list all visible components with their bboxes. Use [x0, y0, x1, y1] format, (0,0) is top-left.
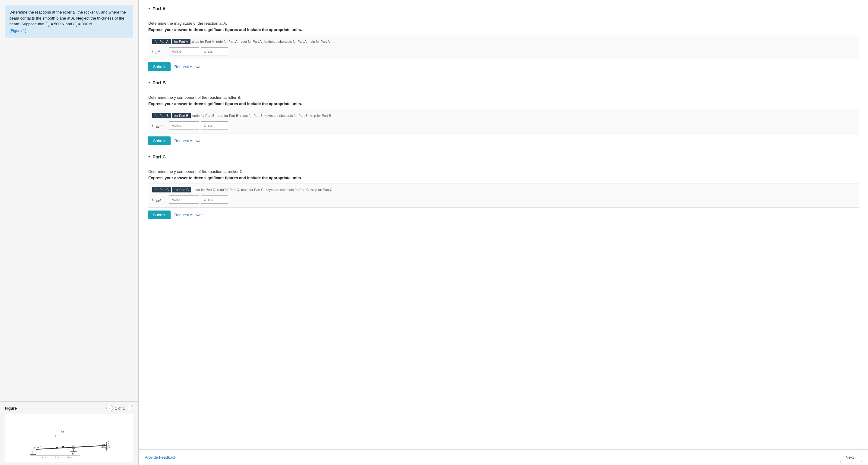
part-b-redo: redo for Part B — [217, 114, 239, 118]
svg-line-12 — [107, 445, 110, 446]
part-c-header[interactable]: ▼ Part C — [148, 154, 859, 159]
part-b-request-answer-link[interactable]: Request Answer — [174, 138, 203, 143]
part-c-answer-box: for Part C for Part C undo for Part C re… — [148, 183, 859, 207]
part-b-help: help for Part B — [310, 114, 331, 118]
svg-text:F₂: F₂ — [61, 430, 64, 433]
next-label: Next — [846, 455, 854, 460]
next-arrow-icon: › — [855, 455, 856, 460]
part-a-btn-2[interactable]: for Part A — [172, 39, 190, 44]
part-c-help: help for Part C — [311, 188, 333, 192]
part-c-input-row: (FCy) = — [152, 195, 855, 204]
part-a-toolbar: for Part A for Part A undo for Part A re… — [152, 39, 855, 44]
part-b-btn-2[interactable]: for Part B — [172, 113, 190, 119]
part-b-description: Determine the y component of the reactio… — [148, 95, 859, 100]
part-b-action-row: Submit Request Answer — [148, 136, 859, 145]
svg-text:C: C — [104, 447, 107, 451]
part-a-value-input[interactable] — [169, 47, 199, 56]
left-panel: Determine the reactions at the roller B,… — [0, 0, 138, 465]
right-panel: ▼ Part A Determine the magnitude of the … — [138, 0, 868, 465]
part-a-section: ▼ Part A Determine the magnitude of the … — [148, 6, 859, 71]
svg-text:A: A — [33, 446, 35, 450]
part-b-toolbar: for Part B for Part B undo for Part B re… — [152, 113, 855, 119]
part-b-chevron: ▼ — [148, 81, 151, 84]
part-b-shortcuts: keyboard shortcuts for Part B — [265, 114, 307, 118]
part-c-divider — [148, 163, 859, 163]
part-a-btn-1[interactable]: for Part A — [152, 39, 171, 44]
part-c-description: Determine the y component of the reactio… — [148, 169, 859, 174]
part-c-undo: undo for Part C — [193, 188, 215, 192]
part-c-btn-1[interactable]: for Part C — [152, 187, 171, 193]
svg-line-3 — [36, 445, 107, 449]
svg-line-10 — [107, 441, 110, 442]
part-c-units-input[interactable] — [201, 195, 228, 204]
figure-title: Figure — [5, 406, 17, 410]
part-b-input-label: (FBy) = — [152, 123, 167, 128]
svg-text:6 m: 6 m — [67, 456, 72, 459]
part-a-redo: redo for Part A — [216, 40, 238, 43]
figure-header: Figure ‹ 1 of 1 › — [5, 405, 133, 411]
problem-text: Determine the reactions at the roller B,… — [9, 10, 126, 26]
part-c-toolbar: for Part C for Part C undo for Part C re… — [152, 187, 855, 193]
part-b-units-input[interactable] — [201, 121, 228, 130]
figure-nav: ‹ 1 of 1 › — [106, 405, 133, 411]
part-b-title: Part B — [153, 80, 166, 85]
part-a-help: help for Part A — [309, 40, 330, 43]
part-c-title: Part C — [153, 154, 166, 159]
part-c-value-input[interactable] — [169, 195, 199, 204]
part-a-input-label: FA = — [152, 49, 167, 54]
svg-text:2 m: 2 m — [55, 456, 59, 459]
part-a-divider — [148, 15, 859, 15]
figure-page: 1 of 1 — [115, 406, 125, 410]
figure-link[interactable]: (Figure 1) — [9, 28, 26, 33]
part-b-submit-button[interactable]: Submit — [148, 136, 170, 145]
part-c-shortcuts: keyboard shortcuts for Part C — [266, 188, 309, 192]
next-button[interactable]: Next › — [840, 453, 862, 462]
part-a-undo: undo for Part A — [192, 40, 214, 43]
part-c-instruction: Express your answer to three significant… — [148, 175, 859, 180]
part-c-btn-2[interactable]: for Part C — [172, 187, 191, 193]
part-a-units-input[interactable] — [201, 47, 228, 56]
part-c-redo: redo for Part C — [217, 188, 239, 192]
figure-next-button[interactable]: › — [127, 405, 133, 411]
part-a-input-row: FA = — [152, 47, 855, 56]
provide-feedback-link[interactable]: Provide Feedback — [145, 455, 176, 460]
svg-text:F₁: F₁ — [55, 435, 58, 438]
part-a-title: Part A — [153, 6, 166, 11]
figure-image: F₁ F₂ A B C 4 m 2 m 6 m 60° — [5, 414, 133, 462]
svg-text:60°: 60° — [37, 446, 41, 449]
svg-line-13 — [107, 447, 110, 449]
part-b-input-row: (FBy) = — [152, 121, 855, 130]
part-c-submit-button[interactable]: Submit — [148, 210, 170, 219]
part-b-instruction: Express your answer to three significant… — [148, 101, 859, 106]
part-b-btn-1[interactable]: for Part B — [152, 113, 171, 119]
part-a-chevron: ▼ — [148, 7, 151, 10]
part-c-request-answer-link[interactable]: Request Answer — [174, 212, 203, 217]
part-c-section: ▼ Part C Determine the y component of th… — [148, 154, 859, 219]
part-b-header[interactable]: ▼ Part B — [148, 80, 859, 85]
part-a-instruction: Express your answer to three significant… — [148, 27, 859, 32]
part-a-submit-button[interactable]: Submit — [148, 62, 170, 71]
part-a-request-answer-link[interactable]: Request Answer — [174, 64, 203, 69]
part-c-chevron: ▼ — [148, 155, 151, 158]
part-b-reset: reset for Part B — [240, 114, 262, 118]
part-a-shortcuts: keyboard shortcuts for Part A — [264, 40, 307, 43]
part-c-action-row: Submit Request Answer — [148, 210, 859, 219]
part-a-answer-box: for Part A for Part A undo for Part A re… — [148, 35, 859, 59]
problem-statement: Determine the reactions at the roller B,… — [5, 5, 133, 38]
part-b-value-input[interactable] — [169, 121, 199, 130]
svg-text:B: B — [72, 452, 74, 455]
part-b-divider — [148, 89, 859, 89]
svg-line-11 — [107, 443, 110, 444]
part-b-answer-box: for Part B for Part B undo for Part B re… — [148, 109, 859, 133]
part-c-input-label: (FCy) = — [152, 197, 167, 202]
part-a-header[interactable]: ▼ Part A — [148, 6, 859, 11]
part-a-description: Determine the magnitude of the reaction … — [148, 21, 859, 26]
part-b-section: ▼ Part B Determine the y component of th… — [148, 80, 859, 145]
part-b-undo: undo for Part B — [192, 114, 215, 118]
figure-section: Figure ‹ 1 of 1 › — [0, 401, 138, 465]
bottom-bar: Provide Feedback Next › — [138, 449, 868, 465]
figure-prev-button[interactable]: ‹ — [106, 405, 113, 411]
beam-diagram: F₁ F₂ A B C 4 m 2 m 6 m 60° — [27, 417, 111, 459]
svg-text:4 m: 4 m — [42, 456, 46, 459]
part-a-action-row: Submit Request Answer — [148, 62, 859, 71]
